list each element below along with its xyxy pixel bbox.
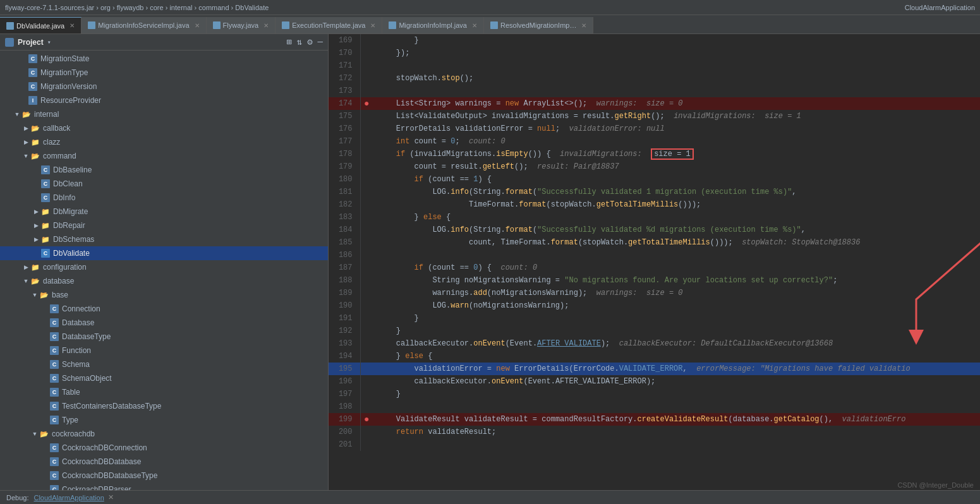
code-scroll[interactable]: 169 } 170 }); 171: [329, 34, 980, 480]
line-number: 187: [329, 261, 360, 274]
item-label: DbInfo: [53, 193, 75, 202]
tab-close-icon[interactable]: ✕: [370, 22, 375, 29]
sidebar-item-cockroachdbdatabasetype[interactable]: C CockroachDBDatabaseType: [0, 469, 328, 483]
sidebar-item-internal[interactable]: ▼ internal: [0, 107, 328, 121]
sidebar-item-cockroachdb[interactable]: ▼ cockroachdb: [0, 427, 328, 441]
line-number: 186: [329, 249, 360, 261]
folder-icon: [40, 234, 51, 244]
line-number: 176: [329, 123, 360, 135]
sidebar-item-dbrepair[interactable]: ▶ DbRepair: [0, 219, 328, 232]
line-number: 171: [329, 59, 360, 72]
minimize-icon[interactable]: —: [318, 37, 323, 47]
sidebar-item-type[interactable]: C Type: [0, 413, 328, 427]
line-number: 190: [329, 299, 360, 312]
code-line: }: [373, 325, 980, 337]
sidebar-item-dbvalidate[interactable]: C DbValidate: [0, 246, 328, 260]
sidebar-item-cockroachdbdatabase[interactable]: C CockroachDBDatabase: [0, 455, 328, 469]
folder-icon: [21, 109, 32, 119]
sidebar-item-dbbaseline[interactable]: C DbBaseline: [0, 163, 328, 177]
sidebar-item-cockroachdbconnection[interactable]: C CockroachDBConnection: [0, 441, 328, 455]
code-line: }: [373, 34, 980, 47]
sidebar-item-migrationstate[interactable]: C MigrationState: [0, 52, 328, 66]
line-number: 196: [329, 375, 360, 388]
sync-icon[interactable]: ⇅: [297, 37, 302, 47]
line-number: 182: [329, 198, 360, 211]
item-label: CockroachDBDatabaseType: [62, 471, 157, 480]
tab-migrationinfo[interactable]: MigrationInfoServiceImpl.java ✕: [82, 17, 206, 33]
sidebar-item-clazz[interactable]: ▶ clazz: [0, 135, 328, 149]
item-label: DbSchemas: [53, 235, 94, 244]
sidebar-item-testcontainers[interactable]: C TestContainersDatabaseType: [0, 399, 328, 413]
sidebar-item-configuration[interactable]: ▶ configuration: [0, 260, 328, 274]
sidebar-item-dbclean[interactable]: C DbClean: [0, 177, 328, 191]
sidebar-item-dbinfo[interactable]: C DbInfo: [0, 191, 328, 205]
sidebar-item-database[interactable]: ▼ database: [0, 274, 328, 288]
item-label: TestContainersDatabaseType: [62, 402, 161, 411]
item-label: configuration: [43, 263, 87, 272]
item-label: Schema: [62, 360, 90, 369]
table-row: 187 if (count == 0) { count: 0: [329, 261, 980, 274]
sidebar-item-migrationtype[interactable]: C MigrationType: [0, 66, 328, 80]
sidebar-item-resourceprovider[interactable]: I ResourceProvider: [0, 93, 328, 107]
sidebar-item-connection[interactable]: C Connection: [0, 302, 328, 316]
sidebar-item-dbmigrate[interactable]: ▶ DbMigrate: [0, 205, 328, 219]
item-label: DbClean: [53, 179, 83, 188]
gutter: [360, 59, 373, 72]
main-content: Project ▾ ⊞ ⇅ ⚙ — C MigrationState C Mig…: [0, 34, 980, 490]
sidebar-item-table[interactable]: C Table: [0, 385, 328, 399]
sidebar-tree: C MigrationState C MigrationType C Migra…: [0, 51, 328, 490]
arrow-collapsed-icon: ▶: [21, 264, 30, 270]
settings-icon[interactable]: ⚙: [307, 37, 312, 47]
debug-close-icon[interactable]: ✕: [108, 493, 114, 501]
table-row: 194 } else {: [329, 350, 980, 363]
sidebar-item-schemaobject[interactable]: C SchemaObject: [0, 371, 328, 385]
tab-resolvedmigr[interactable]: ResolvedMigrationImp… ✕: [484, 17, 593, 33]
table-row: 184 LOG.info(String.format("Successfully…: [329, 224, 980, 236]
table-row: 181 LOG.info(String.format("Successfully…: [329, 186, 980, 198]
java-file-icon: [389, 21, 396, 29]
layout-icon[interactable]: ⊞: [286, 37, 291, 47]
item-label: DbBaseline: [53, 165, 92, 174]
class-icon: C: [49, 373, 59, 383]
code-line: ValidateResult validateResult = commandR…: [373, 413, 980, 426]
dropdown-icon[interactable]: ▾: [47, 39, 51, 46]
tab-dbvalidate[interactable]: DbValidate.java ✕: [0, 17, 82, 33]
gutter: [360, 438, 373, 451]
class-icon: C: [49, 387, 59, 397]
gutter: [360, 198, 373, 211]
sidebar-item-schema[interactable]: C Schema: [0, 357, 328, 371]
sidebar-item-command[interactable]: ▼ command: [0, 149, 328, 163]
table-row: 180 if (count == 1) {: [329, 173, 980, 186]
sidebar-item-dbschemas[interactable]: ▶ DbSchemas: [0, 232, 328, 246]
tab-close-icon[interactable]: ✕: [263, 22, 269, 29]
debug-session[interactable]: CloudAlarmApplication: [33, 494, 104, 501]
tab-close-icon[interactable]: ✕: [195, 22, 200, 29]
tab-close-icon[interactable]: ✕: [70, 22, 75, 29]
tab-close-icon[interactable]: ✕: [581, 22, 586, 29]
tab-exectemplate[interactable]: ExecutionTemplate.java ✕: [275, 17, 382, 33]
line-number: 177: [329, 135, 360, 148]
arrow-collapsed-icon: ▶: [32, 222, 40, 229]
gutter: [360, 211, 373, 224]
code-line: return validateResult;: [373, 426, 980, 438]
gutter: [360, 299, 373, 312]
sidebar-item-function[interactable]: C Function: [0, 344, 328, 357]
tab-close-icon[interactable]: ✕: [472, 22, 477, 29]
arrow-expanded-icon: ▼: [21, 153, 30, 159]
class-icon: C: [49, 318, 59, 328]
sidebar-item-databasetype[interactable]: C DatabaseType: [0, 330, 328, 344]
sidebar-item-cockroachdbparser[interactable]: C CockroachDBParser: [0, 483, 328, 490]
tab-migrationimpl[interactable]: MigrationInfoImpl.java ✕: [382, 17, 484, 33]
item-label: CockroachDBConnection: [62, 443, 147, 452]
sidebar-item-callback[interactable]: ▶ callback: [0, 121, 328, 135]
line-number: 198: [329, 400, 360, 413]
gutter: [360, 325, 373, 337]
tab-flyway[interactable]: Flyway.java ✕: [207, 17, 276, 33]
sidebar-item-database2[interactable]: C Database: [0, 316, 328, 330]
gutter: [360, 173, 373, 186]
sidebar-item-migrationversion[interactable]: C MigrationVersion: [0, 80, 328, 93]
sidebar-item-base[interactable]: ▼ base: [0, 288, 328, 302]
table-row: 173: [329, 85, 980, 97]
arrow-expanded-icon: ▼: [21, 278, 30, 284]
line-number: 191: [329, 312, 360, 325]
